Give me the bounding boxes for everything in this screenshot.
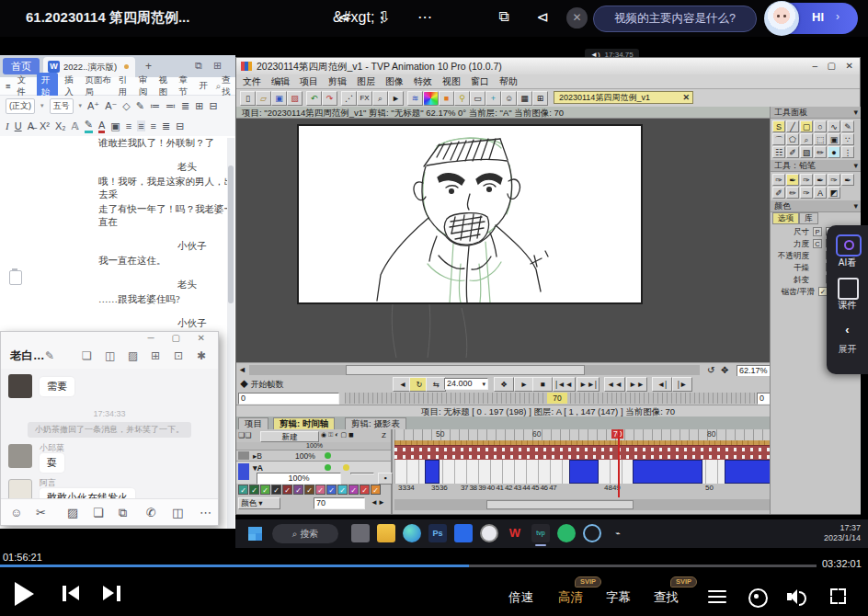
first-frame-icon[interactable]: |◄◄ — [553, 377, 576, 392]
layer-b-name[interactable]: ▸B — [253, 451, 262, 461]
hamburger-icon[interactable]: ≡ — [6, 81, 11, 91]
wps-icon[interactable]: W — [506, 524, 524, 542]
assistant-entry[interactable]: HI › — [766, 3, 858, 34]
points-tool-icon[interactable]: ∵ — [841, 133, 854, 145]
wand-tool-icon[interactable]: ⌕ — [800, 133, 813, 145]
chat-messages[interactable]: 需要 17:34:33 小奶茶撤回了一条消息，并坏笑了一下。 小邱菜 耍 阿言 … — [1, 369, 218, 501]
layer-color-check[interactable]: ✓ — [360, 485, 370, 495]
file-icon[interactable]: ❏ — [93, 506, 104, 519]
photoshop-icon[interactable]: Ps — [428, 524, 447, 542]
brush-icon[interactable]: ✑ — [800, 187, 813, 199]
phone-call-icon[interactable]: ✆ — [146, 506, 156, 519]
wps-scrollbar[interactable] — [227, 138, 234, 529]
tvp-menu-item[interactable]: 编辑 — [271, 75, 290, 88]
layer-options-icon[interactable]: ▪ — [378, 473, 393, 485]
download-icon[interactable]: ⇩ — [373, 8, 395, 26]
wps-menu-layout[interactable]: 页面布局 — [85, 74, 112, 98]
app-icon[interactable]: ⧉ — [119, 506, 127, 520]
close-icon[interactable]: ✕ — [846, 61, 853, 71]
tab-options[interactable]: 选项 — [772, 212, 799, 224]
text-effect-icon[interactable]: 𝔸 — [72, 120, 79, 132]
color-panel-header[interactable]: 颜色▾ — [771, 200, 861, 212]
format-painter-icon[interactable]: ✎ — [136, 100, 144, 112]
new-file-icon[interactable]: ▯ — [240, 91, 256, 106]
speed-button[interactable]: 倍速 — [508, 589, 533, 606]
canvas-hscroll[interactable] — [249, 365, 700, 375]
window-icon[interactable]: ⊞ — [532, 91, 548, 106]
curve-tool-icon[interactable]: ∿ — [828, 120, 840, 132]
start-button-icon[interactable] — [248, 527, 262, 541]
register-icon[interactable]: + — [485, 91, 501, 106]
chat-window-controls[interactable]: ─ ▢ ✕ — [148, 333, 212, 343]
char-border-icon[interactable]: ▣ — [110, 120, 120, 132]
edit-icon[interactable]: ✎ — [45, 349, 54, 362]
share-icon[interactable]: ⋖ — [333, 8, 355, 26]
prev-episode-icon[interactable] — [68, 586, 79, 600]
polygon-tool-icon[interactable]: ⬠ — [786, 133, 799, 145]
layer-visible-dot[interactable] — [325, 452, 331, 459]
more-tools-icon[interactable]: ⋮ — [841, 146, 854, 158]
font-decrease-icon[interactable]: A⁻ — [105, 100, 117, 112]
add-box-icon[interactable]: ⊡ — [174, 349, 183, 362]
layer-color-check[interactable]: ✓ — [337, 485, 348, 495]
layer-a-name[interactable]: ▾A — [253, 463, 263, 473]
layer-toggle-icons[interactable]: ◉ ⚿ ◐ ▢ ◼ — [321, 431, 354, 439]
open-folder-icon[interactable]: ▱ — [256, 91, 271, 106]
rotate-reset-icon[interactable]: ↺ — [707, 365, 714, 375]
layer-color-check[interactable]: ✓ — [249, 485, 259, 495]
fit-view-icon[interactable]: ✥ — [721, 365, 728, 375]
tvp-menu-item[interactable]: 视图 — [442, 75, 461, 88]
layer-color-check[interactable]: ✓ — [371, 485, 381, 495]
brush-icon[interactable]: ✐ — [772, 187, 785, 199]
shading-icon[interactable]: ⊟ — [209, 100, 217, 112]
color-swatch-icon[interactable]: ■ — [439, 91, 454, 106]
window-restore-icon[interactable]: ⧉ — [195, 60, 202, 72]
gear-icon[interactable]: ✱ — [197, 349, 206, 362]
wps-menu-section[interactable]: 章节 — [178, 74, 192, 98]
rect-tool-icon[interactable]: ▢ — [800, 120, 813, 132]
borders-icon[interactable]: ⊞ — [195, 100, 203, 112]
expand-label[interactable]: 展开 — [827, 343, 868, 356]
paragraph-style-select[interactable]: (正文) — [6, 98, 35, 114]
edge-icon[interactable] — [403, 524, 421, 542]
pip-icon[interactable]: ⧉ — [493, 8, 515, 25]
text-tool-icon[interactable]: A — [814, 187, 827, 199]
justify-icon[interactable]: ≣ — [162, 120, 170, 132]
underline-icon[interactable]: U — [15, 120, 22, 131]
tvp-menu-item[interactable]: 图层 — [357, 75, 375, 88]
layers-icon[interactable]: ≋ — [407, 91, 423, 106]
fill-tool-icon[interactable]: ▧ — [800, 146, 813, 158]
image-icon[interactable]: ▨ — [128, 349, 138, 362]
layer-color-check[interactable]: ✓ — [282, 485, 292, 495]
task-view-icon[interactable] — [351, 524, 370, 542]
tvpaint-icon[interactable]: tvp — [531, 524, 550, 542]
browser-app-icon[interactable] — [583, 524, 601, 542]
folder-icon[interactable]: ❏ — [82, 349, 92, 362]
brush-icon[interactable]: ✑ — [828, 174, 840, 186]
current-tool-header[interactable]: 工具：铅笔▾ — [771, 160, 861, 172]
screenshot-icon[interactable]: ✂ — [36, 506, 46, 519]
search-icon[interactable]: ⌕ — [216, 81, 221, 92]
playlist-icon[interactable] — [708, 590, 726, 604]
align-left-icon[interactable]: ≡ — [126, 120, 131, 131]
hand-tool-icon[interactable]: ❖ — [494, 377, 514, 392]
next-episode-icon[interactable] — [103, 586, 114, 600]
start-frame-field[interactable]: 0 — [238, 393, 339, 405]
tvp-menu-item[interactable]: 窗口 — [471, 75, 489, 88]
layer-a-opacity-field[interactable]: 100% — [257, 473, 341, 485]
brush-icon[interactable]: ✑ — [800, 174, 813, 186]
taskbar-search[interactable]: ⌕ 搜索 — [272, 524, 338, 543]
prev-frames-icon[interactable]: ◄◄ — [604, 377, 625, 392]
image-icon[interactable]: ▨ — [67, 506, 78, 519]
tab-clip-timeline[interactable]: 剪辑: 时间轴 — [273, 417, 335, 430]
courseware-label[interactable]: 课件 — [827, 299, 868, 312]
light-table-icon[interactable]: ⚲ — [454, 91, 470, 106]
color-dropdown[interactable]: 颜色 ▾ — [238, 497, 280, 509]
layer-color-check[interactable]: ✓ — [293, 485, 303, 495]
apps-grid-icon[interactable]: ⊞ — [151, 349, 160, 362]
courseware-icon[interactable] — [838, 278, 859, 300]
font-color-icon[interactable]: A — [98, 120, 105, 133]
meeting-app-icon[interactable] — [557, 524, 576, 542]
number-list-icon[interactable]: ≕ — [166, 100, 176, 112]
find-button[interactable]: 查找 — [654, 589, 679, 606]
